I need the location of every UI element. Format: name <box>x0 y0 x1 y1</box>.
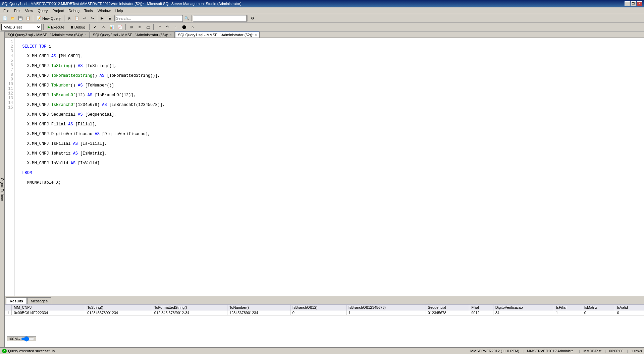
cell-sequencial: 012345678 <box>426 310 469 315</box>
cell-isbranchof12: 0 <box>290 310 346 315</box>
results-content[interactable]: MM_CNPJ ToString() ToFormattedString() T… <box>5 304 644 347</box>
filter-input[interactable] <box>193 15 247 22</box>
tab-sqlquery1-close[interactable]: × <box>255 33 257 37</box>
menu-query[interactable]: Query <box>36 8 50 13</box>
status-success-icon: ✓ <box>2 349 7 353</box>
sql-sep1 <box>43 24 44 30</box>
restore-button[interactable]: ❐ <box>631 1 636 6</box>
results-to-grid-button[interactable]: ⊞ <box>127 23 135 31</box>
database-dropdown[interactable]: MMDBTest <box>1 24 42 31</box>
close-button[interactable]: × <box>637 1 642 6</box>
sql-sep3 <box>125 24 126 30</box>
include-actual-plan-button[interactable]: 📊 <box>108 23 115 31</box>
col-sequencial-header[interactable]: Sequencial <box>426 305 469 310</box>
col-isfilial-header[interactable]: IsFilial <box>554 305 582 310</box>
menu-project[interactable]: Project <box>50 8 66 13</box>
cell-isbranchof12345678: 1 <box>346 310 426 315</box>
results-to-file-button[interactable]: 🗃 <box>144 23 152 31</box>
redo-button[interactable]: ↪ <box>89 15 96 22</box>
undo-button[interactable]: ↩ <box>81 15 88 22</box>
sep6 <box>248 15 248 21</box>
menu-edit[interactable]: Edit <box>12 8 22 13</box>
cancel-button[interactable]: ✕ <box>100 23 107 31</box>
paste-button[interactable]: 📋 <box>73 15 80 22</box>
tab-sqlquery3[interactable]: SQLQuery3.sql - MMSE...\Administrator (5… <box>5 32 90 38</box>
menu-file[interactable]: File <box>1 8 11 13</box>
tab-sqlquery2[interactable]: SQLQuery2.sql - MMSE...\Administrator (5… <box>90 32 175 38</box>
cell-toformattedstring: 012.345.678/9012-34 <box>152 310 227 315</box>
menu-window[interactable]: Window <box>96 8 113 13</box>
sql-sep2 <box>89 24 90 30</box>
play-icon: ▶ <box>48 25 50 29</box>
execute-button[interactable]: ▶ Execute <box>45 24 67 30</box>
include-client-stats-button[interactable]: 📈 <box>116 23 124 31</box>
col-digitoverificacao-header[interactable]: DigitoVerificacao <box>493 305 554 310</box>
col-toformattedstring-header[interactable]: ToFormattedString() <box>152 305 227 310</box>
new-query-icon: 📝 <box>37 16 41 20</box>
cell-ismatriz: 0 <box>582 310 615 315</box>
tab-sqlquery3-close[interactable]: × <box>85 33 87 37</box>
new-query-button[interactable]: 📝 New Query <box>34 15 63 21</box>
parse-button[interactable]: ✓ <box>91 23 99 31</box>
col-filial-header[interactable]: Filial <box>469 305 493 310</box>
tab-sqlquery1[interactable]: SQLQuery1.sql - MMSE...\Administrator (5… <box>175 32 260 38</box>
copy-button[interactable]: ⎘ <box>65 15 73 22</box>
cell-digitoverificacao: 34 <box>493 310 554 315</box>
stop-button[interactable]: ■ <box>106 15 113 22</box>
search-input[interactable] <box>116 15 183 22</box>
results-tab-results[interactable]: Results <box>6 297 27 304</box>
debug-label: Debug <box>74 25 85 29</box>
sep5 <box>192 15 192 21</box>
cell-isfilial: 1 <box>554 310 582 315</box>
col-isbranchof12345678-header[interactable]: IsBranchOf(12345678) <box>346 305 426 310</box>
status-bar: ✓ Query executed successfully. MMSERVER2… <box>0 347 644 354</box>
debug-start-button[interactable]: ▶ <box>98 15 106 22</box>
results-tab-messages-label: Messages <box>31 299 48 303</box>
status-right: MMSERVER2012 (11.0 RTM) | MMSERVER2012\A… <box>470 349 642 353</box>
menu-view[interactable]: View <box>23 8 35 13</box>
code-editor[interactable]: SELECT TOP 1 X.MM_CNPJ AS [MM_CNPJ], X.M… <box>15 38 644 296</box>
status-message: Query executed successfully. <box>8 349 56 353</box>
new-query-label: New Query <box>42 16 61 20</box>
object-explorer-sidebar[interactable]: Object Explorer <box>0 32 5 347</box>
minimize-button[interactable]: _ <box>625 1 630 6</box>
cell-filial: 9012 <box>469 310 493 315</box>
step-out-button[interactable]: ↑ <box>172 23 179 31</box>
menu-tools[interactable]: Tools <box>82 8 95 13</box>
new-file-button[interactable]: 📄 <box>1 15 9 22</box>
results-to-text-button[interactable]: ≡ <box>136 23 143 31</box>
sep2 <box>64 15 64 21</box>
save-all-button[interactable]: 📋 <box>24 15 32 22</box>
editor-wrapper[interactable]: 1 2 3 4 5 6 7 8 9 10 11 12 13 14 15 SELE <box>5 38 644 296</box>
remove-breakpoint-button[interactable]: ○ <box>189 23 196 31</box>
step-into-button[interactable]: ↷ <box>155 23 163 31</box>
results-tabs: Results Messages <box>5 297 644 304</box>
menu-help[interactable]: Help <box>113 8 125 13</box>
col-ismatriz-header[interactable]: IsMatriz <box>582 305 615 310</box>
results-table: MM_CNPJ ToString() ToFormattedString() T… <box>5 304 644 315</box>
menu-bar: File Edit View Query Project Debug Tools… <box>0 7 644 14</box>
tab-sqlquery2-close[interactable]: × <box>170 33 171 37</box>
search-button[interactable]: 🔍 <box>183 15 191 22</box>
sql-toolbar: MMDBTest ▶ Execute ⏸ Debug ✓ ✕ 📊 📈 ⊞ ≡ 🗃… <box>0 23 644 32</box>
col-isbranchof12-header[interactable]: IsBranchOf(12) <box>290 305 346 310</box>
main-container: Object Explorer SQLQuery3.sql - MMSE...\… <box>0 32 644 347</box>
open-file-button[interactable]: 📂 <box>9 15 16 22</box>
tabs-bar: SQLQuery3.sql - MMSE...\Administrator (5… <box>5 32 644 38</box>
settings-button[interactable]: ⚙ <box>249 15 256 22</box>
col-isvalid-header[interactable]: IsValid <box>615 305 644 310</box>
table-row: 1 0x00BC614E222334 012345678901234 012.3… <box>5 310 644 315</box>
content-area: SQLQuery3.sql - MMSE...\Administrator (5… <box>5 32 644 347</box>
save-button[interactable]: 💾 <box>17 15 24 22</box>
step-over-button[interactable]: ↷ <box>164 23 171 31</box>
col-tonumber-header[interactable]: ToNumber() <box>227 305 290 310</box>
col-mm-cnpj-header[interactable]: MM_CNPJ <box>12 305 85 310</box>
col-tostring-header[interactable]: ToString() <box>85 305 152 310</box>
zoom-slider[interactable] <box>21 337 35 341</box>
debug-button[interactable]: ⏸ Debug <box>68 24 88 30</box>
sep4 <box>114 15 115 21</box>
results-tab-messages[interactable]: Messages <box>27 297 51 304</box>
breakpoint-button[interactable]: ⬤ <box>180 23 188 31</box>
sql-sep4 <box>153 24 154 30</box>
menu-debug[interactable]: Debug <box>67 8 82 13</box>
